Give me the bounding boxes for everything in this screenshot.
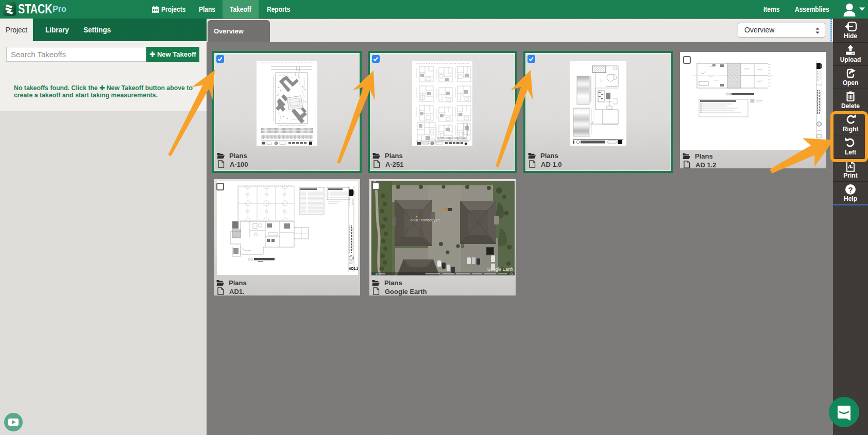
svg-text:Google Earth: Google Earth — [487, 267, 513, 272]
svg-text:AD1.1: AD1.1 — [349, 267, 358, 270]
svg-text:?: ? — [848, 185, 853, 194]
svg-text:6398 Thornberry Ct: 6398 Thornberry Ct — [411, 218, 439, 222]
